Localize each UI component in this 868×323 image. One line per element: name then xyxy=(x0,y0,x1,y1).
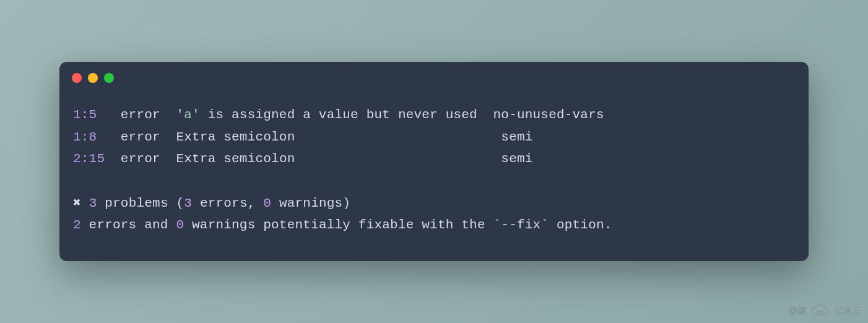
close-icon[interactable] xyxy=(72,73,82,83)
minimize-icon[interactable] xyxy=(88,73,98,83)
lint-quoted: 'a' xyxy=(176,108,199,122)
fixable-text: errors and xyxy=(81,218,176,232)
terminal-output: 1:5 error 'a' is assigned a value but ne… xyxy=(59,92,809,261)
fixable-text: option. xyxy=(549,218,612,232)
lint-message: Extra semicolon xyxy=(176,152,295,166)
cloud-icon xyxy=(810,304,831,318)
lint-message: is assigned a value but never used xyxy=(200,108,477,122)
summary-text: errors, xyxy=(192,196,263,210)
fix-flag: `--fix` xyxy=(493,218,549,232)
warnings-count: 0 xyxy=(263,196,271,210)
lint-rule: no-unused-vars xyxy=(493,108,604,122)
lint-summary: ✖ 3 problems (3 errors, 0 warnings) xyxy=(73,196,350,210)
problems-count: 3 xyxy=(89,196,97,210)
window-titlebar xyxy=(59,62,809,92)
watermark: @掘 亿速云 xyxy=(789,304,861,318)
lint-row: 1:8 error Extra semicolon semi xyxy=(73,130,533,144)
fixable-warnings: 0 xyxy=(176,218,184,232)
lint-location: 1:5 xyxy=(73,108,97,122)
summary-text: warnings) xyxy=(271,196,350,210)
terminal-window: 1:5 error 'a' is assigned a value but ne… xyxy=(59,62,809,261)
lint-row: 1:5 error 'a' is assigned a value but ne… xyxy=(73,108,604,122)
watermark-prefix: @掘 xyxy=(789,306,806,317)
lint-rule: semi xyxy=(501,152,532,166)
lint-row: 2:15 error Extra semicolon semi xyxy=(73,152,533,166)
lint-rule: semi xyxy=(501,130,532,144)
lint-fixable: 2 errors and 0 warnings potentially fixa… xyxy=(73,218,612,232)
fixable-errors: 2 xyxy=(73,218,81,232)
lint-location: 2:15 xyxy=(73,152,105,166)
lint-severity: error xyxy=(121,130,160,144)
fixable-text: warnings potentially fixable with the xyxy=(184,218,493,232)
maximize-icon[interactable] xyxy=(104,73,114,83)
lint-severity: error xyxy=(121,152,160,166)
lint-message: Extra semicolon xyxy=(176,130,295,144)
svg-point-1 xyxy=(821,311,824,314)
watermark-brand: 亿速云 xyxy=(835,306,861,317)
svg-point-0 xyxy=(817,311,820,314)
summary-text: problems ( xyxy=(97,196,184,210)
lint-severity: error xyxy=(121,108,160,122)
lint-location: 1:8 xyxy=(73,130,97,144)
cross-icon: ✖ xyxy=(73,196,81,210)
errors-count: 3 xyxy=(184,196,192,210)
